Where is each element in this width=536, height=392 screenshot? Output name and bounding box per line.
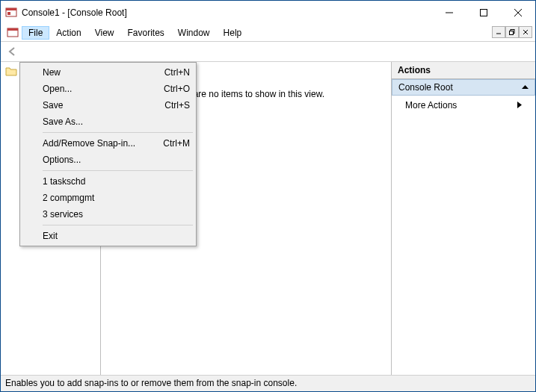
menu-item-recent-3[interactable]: 3 services bbox=[22, 206, 194, 223]
back-button[interactable] bbox=[4, 43, 22, 60]
menu-action[interactable]: Action bbox=[49, 26, 87, 40]
menu-separator bbox=[43, 170, 193, 171]
submenu-arrow-icon bbox=[517, 100, 522, 111]
folder-icon bbox=[5, 66, 17, 78]
menu-item-options[interactable]: Options... bbox=[22, 152, 194, 168]
mdi-controls bbox=[492, 26, 532, 38]
menu-item-exit[interactable]: Exit bbox=[22, 228, 194, 244]
menu-item-label: New bbox=[43, 67, 61, 78]
menu-item-save[interactable]: Save Ctrl+S bbox=[22, 97, 194, 113]
titlebar: Console1 - [Console Root] bbox=[1, 1, 535, 25]
menu-item-recent-1[interactable]: 1 taskschd bbox=[22, 173, 194, 190]
actions-more[interactable]: More Actions bbox=[392, 96, 535, 115]
menu-item-label: Options... bbox=[43, 155, 81, 165]
menu-item-label: Save As... bbox=[43, 116, 83, 127]
actions-section[interactable]: Console Root bbox=[392, 79, 535, 96]
maximize-button[interactable] bbox=[466, 1, 501, 25]
actions-header: Actions bbox=[392, 62, 535, 79]
menu-help[interactable]: Help bbox=[217, 26, 249, 40]
menu-item-shortcut: Ctrl+N bbox=[164, 67, 190, 78]
menu-item-label: Exit bbox=[43, 231, 58, 241]
svg-rect-2 bbox=[7, 12, 10, 15]
menu-item-label: 1 taskschd bbox=[43, 176, 85, 187]
menu-item-recent-2[interactable]: 2 compmgmt bbox=[22, 190, 194, 206]
svg-rect-11 bbox=[510, 31, 514, 35]
mdi-close-button[interactable] bbox=[519, 26, 532, 38]
menu-item-label: Save bbox=[43, 100, 63, 111]
window-title: Console1 - [Console Root] bbox=[22, 7, 127, 18]
minimize-button[interactable] bbox=[432, 1, 466, 25]
collapse-icon bbox=[522, 82, 529, 93]
menu-item-label: Add/Remove Snap-in... bbox=[43, 138, 135, 149]
app-icon bbox=[5, 7, 17, 19]
menu-separator bbox=[43, 132, 193, 133]
statusbar: Enables you to add snap-ins to or remove… bbox=[1, 375, 535, 391]
actions-section-label: Console Root bbox=[398, 82, 453, 93]
doc-icon bbox=[7, 27, 19, 39]
menubar: File Action View Favorites Window Help bbox=[1, 25, 535, 41]
menu-view[interactable]: View bbox=[88, 26, 121, 40]
mdi-minimize-button[interactable] bbox=[492, 26, 505, 38]
actions-more-label: More Actions bbox=[405, 100, 457, 111]
svg-rect-8 bbox=[7, 28, 18, 31]
menu-item-shortcut: Ctrl+O bbox=[164, 84, 190, 94]
menu-item-add-remove-snapin[interactable]: Add/Remove Snap-in... Ctrl+M bbox=[22, 135, 194, 152]
menu-item-label: 3 services bbox=[43, 209, 83, 220]
menu-item-label: 2 compmgmt bbox=[43, 193, 94, 203]
menu-item-open[interactable]: Open... Ctrl+O bbox=[22, 81, 194, 97]
menu-item-new[interactable]: New Ctrl+N bbox=[22, 64, 194, 81]
mdi-restore-button[interactable] bbox=[505, 26, 519, 38]
close-button[interactable] bbox=[501, 1, 535, 25]
menu-item-label: Open... bbox=[43, 84, 72, 94]
toolbar bbox=[1, 41, 535, 62]
menu-item-shortcut: Ctrl+M bbox=[163, 138, 190, 149]
content-area: Console Root There are no items to show … bbox=[1, 62, 535, 375]
menu-window[interactable]: Window bbox=[171, 26, 217, 40]
menu-separator bbox=[43, 225, 193, 225]
menu-favorites[interactable]: Favorites bbox=[121, 26, 171, 40]
main-window: Console1 - [Console Root] File Action Vi… bbox=[0, 0, 536, 392]
svg-rect-4 bbox=[481, 10, 487, 16]
svg-rect-1 bbox=[6, 8, 16, 10]
actions-pane: Actions Console Root More Actions bbox=[392, 62, 535, 375]
menu-item-save-as[interactable]: Save As... bbox=[22, 113, 194, 130]
menu-item-shortcut: Ctrl+S bbox=[164, 100, 190, 111]
file-menu-dropdown: New Ctrl+N Open... Ctrl+O Save Ctrl+S Sa… bbox=[19, 62, 197, 246]
menu-file[interactable]: File bbox=[22, 26, 49, 40]
